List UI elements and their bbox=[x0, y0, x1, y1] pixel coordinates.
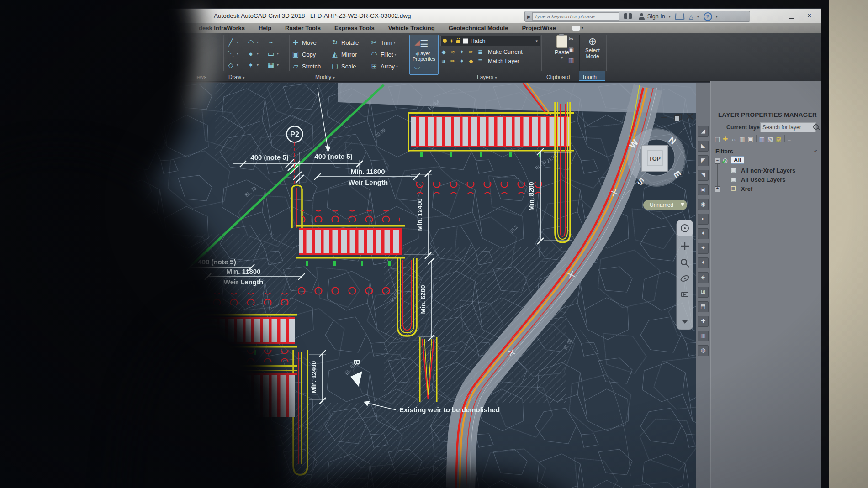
collapse-filters-icon[interactable]: « bbox=[814, 148, 817, 154]
arc-tool[interactable]: ◠▾ bbox=[246, 37, 266, 48]
sign-in-button[interactable]: Sign In bbox=[647, 13, 665, 20]
tree-item-used[interactable]: ▣ All Used Layers bbox=[711, 176, 821, 185]
side-tool-icon[interactable]: ✚ bbox=[698, 316, 709, 327]
side-tool-icon[interactable]: ▤ bbox=[698, 301, 709, 312]
sign-in-caret-icon[interactable]: ▾ bbox=[669, 15, 671, 19]
side-tool-icon[interactable]: ◣ bbox=[698, 141, 709, 152]
layers-panel-label[interactable]: Layers ▾ bbox=[477, 74, 497, 80]
infocenter-collapse-icon[interactable]: ▶ bbox=[527, 14, 531, 19]
move-button[interactable]: ✚Move bbox=[291, 37, 330, 48]
copy-clip-icon[interactable]: ▣ bbox=[568, 46, 574, 53]
new-group-filter-icon[interactable]: ✚ bbox=[723, 136, 728, 142]
tab-projectwise[interactable]: ProjectWise bbox=[522, 25, 556, 31]
layer-thaw-sun-icon[interactable]: ☀ bbox=[449, 38, 454, 44]
side-tool-icon[interactable]: ✦ bbox=[698, 243, 709, 254]
tab-raster-tools[interactable]: Raster Tools bbox=[285, 25, 321, 31]
tree-item-all[interactable]: − ◎ ✓ All bbox=[711, 157, 821, 166]
delete-layer-icon[interactable]: ▥ bbox=[759, 136, 765, 142]
layer-lock-icon[interactable] bbox=[456, 40, 460, 43]
side-tool-icon[interactable]: ◢ bbox=[698, 126, 709, 137]
refresh-icon[interactable]: ≡ bbox=[788, 136, 791, 142]
tab-infraworks[interactable]: desk InfraWorks bbox=[199, 25, 245, 31]
side-tool-icon[interactable]: ◉ bbox=[698, 199, 709, 210]
new-property-filter-icon[interactable]: ▤ bbox=[715, 136, 720, 142]
rectangle-tool[interactable]: ▭▾ bbox=[266, 48, 287, 59]
keyword-search-input[interactable] bbox=[532, 12, 619, 21]
fillet-button[interactable]: ◠Fillet▾ bbox=[369, 48, 412, 60]
side-tool-icon[interactable]: ▣ bbox=[698, 184, 709, 195]
cut-icon[interactable]: ✂ bbox=[568, 36, 574, 42]
layer-states-icon[interactable]: ↔ bbox=[730, 136, 736, 142]
navigation-bar[interactable] bbox=[677, 220, 693, 330]
array-button[interactable]: ⊞Array▾ bbox=[369, 60, 412, 72]
paste-special-icon[interactable]: ▦ bbox=[568, 57, 574, 63]
set-current-icon[interactable]: ▧ bbox=[767, 136, 773, 142]
draw-panel-label[interactable]: Draw ▾ bbox=[228, 74, 244, 80]
minimize-button[interactable]: – bbox=[772, 11, 776, 20]
expand-node-icon[interactable]: + bbox=[715, 186, 720, 192]
point-tool[interactable]: ✶▾ bbox=[246, 59, 266, 71]
new-layer-vp-icon[interactable]: ▣ bbox=[748, 136, 753, 142]
side-tool-icon[interactable]: ◍ bbox=[698, 345, 709, 356]
layer-properties-button[interactable]: ≣ LayerProperties bbox=[409, 35, 439, 75]
a360-caret-icon[interactable]: ▾ bbox=[697, 15, 699, 19]
polyline-tool[interactable]: ~ bbox=[266, 37, 287, 48]
polygon-tool[interactable]: ◇▾ bbox=[226, 59, 246, 71]
tab-express-tools[interactable]: Express Tools bbox=[334, 25, 375, 31]
restore-button[interactable] bbox=[789, 13, 794, 19]
camera-tab-icon[interactable] bbox=[572, 26, 580, 31]
user-icon[interactable] bbox=[638, 13, 645, 20]
select-mode-button[interactable]: ⊕ SelectMode bbox=[582, 36, 603, 59]
layer-selector-combo[interactable]: ☀ Hatch ▾ bbox=[440, 36, 540, 46]
hatch-tool[interactable]: ▦▾ bbox=[266, 59, 287, 71]
side-tool-icon[interactable]: ◐ bbox=[698, 214, 709, 225]
tab-geotechnical-module[interactable]: Geotechnical Module bbox=[449, 25, 508, 31]
view-label-pill[interactable]: Unnamed bbox=[643, 200, 687, 210]
trim-button[interactable]: ✂Trim▾ bbox=[369, 37, 412, 48]
side-tool-icon[interactable]: ▥ bbox=[698, 331, 709, 341]
a360-icon[interactable]: △ bbox=[689, 13, 693, 20]
layer-combo-caret-icon[interactable]: ▾ bbox=[535, 39, 538, 43]
svg-text:P2: P2 bbox=[290, 131, 299, 138]
tree-item-xref[interactable]: + ❏ Xref bbox=[711, 185, 821, 194]
rotate-button[interactable]: ↻Rotate bbox=[330, 37, 369, 48]
side-tool-icon[interactable]: ✦ bbox=[698, 228, 709, 239]
layer-color-swatch[interactable] bbox=[463, 38, 468, 44]
crosshair-icon: ⊕ bbox=[582, 36, 603, 47]
side-tool-icon[interactable]: ⊞ bbox=[698, 287, 709, 298]
store-cart-icon[interactable] bbox=[675, 13, 684, 20]
views-panel-label[interactable]: iews bbox=[196, 74, 206, 80]
toolbar-grip[interactable]: ≡ bbox=[702, 117, 704, 122]
tab-overflow-caret-icon[interactable]: ▾ bbox=[582, 26, 583, 30]
side-tool-icon[interactable]: ◈ bbox=[698, 272, 709, 283]
match-layer-button[interactable]: Match Layer bbox=[488, 58, 519, 64]
layer-search-input[interactable] bbox=[760, 122, 816, 132]
side-tool-icon[interactable]: ◤ bbox=[698, 155, 709, 166]
modify-panel-label[interactable]: Modify ▾ bbox=[315, 74, 335, 80]
search-binoculars-icon[interactable] bbox=[624, 13, 633, 20]
current-layer-label: Current layer bbox=[726, 124, 762, 131]
stretch-button[interactable]: ▱Stretch bbox=[291, 60, 330, 72]
tree-item-non-xref[interactable]: ▣ All non-Xref Layers bbox=[711, 167, 821, 176]
paste-button[interactable]: Paste ▾ bbox=[543, 35, 581, 60]
layer-search-icon[interactable] bbox=[813, 124, 819, 130]
tab-help[interactable]: Help bbox=[259, 25, 271, 31]
tab-vehicle-tracking[interactable]: Vehicle Tracking bbox=[388, 25, 435, 31]
side-tool-icon[interactable]: ◥ bbox=[698, 170, 709, 181]
make-current-button[interactable]: Make Current bbox=[488, 49, 523, 55]
merge-layer-icon[interactable]: ▨ bbox=[776, 136, 781, 142]
copy-button[interactable]: ▣Copy bbox=[291, 48, 330, 60]
line-tool[interactable]: ╱▾ bbox=[226, 37, 246, 48]
collapse-node-icon[interactable]: − bbox=[715, 158, 720, 164]
drawing-canvas[interactable]: 400 (note 5) 400 (note 5) Min. 11800 Wei… bbox=[110, 83, 696, 488]
construction-line-tool[interactable]: ⋱▾ bbox=[226, 48, 246, 59]
new-layer-icon[interactable]: ▦ bbox=[739, 136, 745, 142]
layer-on-bulb-icon[interactable] bbox=[443, 39, 447, 43]
mirror-button[interactable]: ◭Mirror bbox=[330, 48, 369, 60]
side-tool-icon[interactable]: ✦ bbox=[698, 257, 709, 268]
circle-tool[interactable]: ●▾ bbox=[246, 48, 266, 59]
scale-button[interactable]: ▢Scale bbox=[330, 60, 369, 72]
help-icon[interactable]: ? bbox=[704, 12, 712, 21]
close-button[interactable]: × bbox=[807, 11, 811, 20]
help-caret-icon[interactable]: ▾ bbox=[716, 15, 718, 19]
